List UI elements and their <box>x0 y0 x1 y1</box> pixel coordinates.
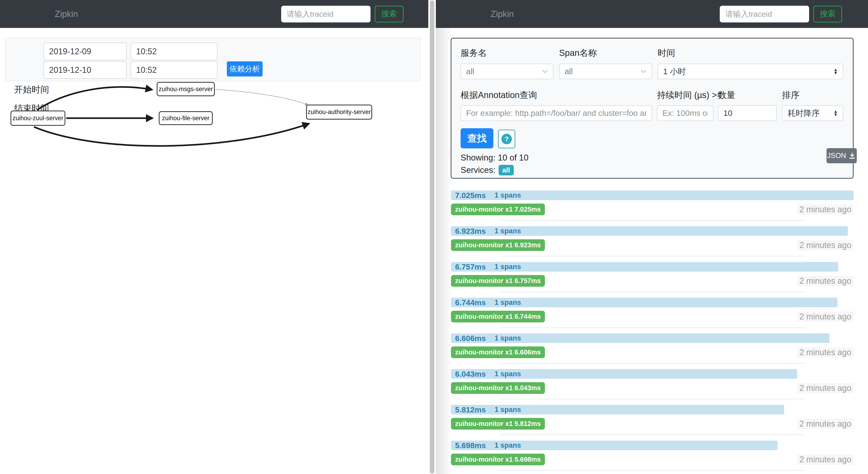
dependency-analyze-button[interactable]: 依赖分析 <box>227 61 262 76</box>
row-divider <box>499 220 805 221</box>
select-spinner-icon: ▲▼ <box>833 110 838 116</box>
row-divider <box>499 434 805 435</box>
service-badge[interactable]: zuihou-monitor x1 6.757ms <box>451 275 545 287</box>
trace-timestamp: 2 minutes ago <box>797 418 854 429</box>
count-label: 数量 <box>718 89 735 101</box>
services-label: Services: <box>461 165 495 175</box>
span-name-select[interactable]: all <box>559 64 652 79</box>
search-button[interactable]: 搜索 <box>375 6 404 23</box>
traceid-input[interactable] <box>281 6 371 23</box>
scrollbar-thumb[interactable] <box>430 0 434 474</box>
traceid-search: 搜索 <box>281 6 404 23</box>
start-date-input[interactable] <box>43 43 127 60</box>
navbar: Zipkin 搜索 <box>0 0 428 28</box>
trace-timestamp: 2 minutes ago <box>797 454 854 465</box>
graph-node-msgs-server[interactable]: zuihou-msgs-server <box>157 82 215 96</box>
showing-count: Showing: 10 of 10 <box>461 153 528 163</box>
trace-timestamp: 2 minutes ago <box>797 311 854 322</box>
select-spinner-icon: ▲▼ <box>833 68 838 75</box>
trace-bar[interactable]: 6.606ms 1 spans <box>451 333 830 343</box>
graph-node-zuul-server[interactable]: zuihou-zuul-server <box>10 111 65 126</box>
row-divider <box>499 256 805 257</box>
trace-timestamp: 2 minutes ago <box>797 276 854 286</box>
service-name-select[interactable]: all <box>461 64 553 79</box>
trace-row: 6.757ms 1 spans zuihou-monitor x1 6.757m… <box>451 262 854 298</box>
trace-bar[interactable]: 6.757ms 1 spans <box>451 262 838 272</box>
traceid-search: 搜索 <box>720 6 842 23</box>
trace-bar[interactable]: 5.698ms 1 spans <box>451 441 777 450</box>
min-duration-input[interactable] <box>657 105 713 121</box>
traceid-input[interactable] <box>720 6 809 23</box>
sort-label: 排序 <box>782 89 800 101</box>
navbar: Zipkin 搜索 <box>436 0 868 28</box>
left-window-scrollbar[interactable] <box>428 0 436 474</box>
zipkin-dependency-window: Zipkin 搜索 开始时间 结束时间 依赖分析 zuihou-zuul-ser… <box>0 0 428 474</box>
service-badge[interactable]: zuihou-monitor x1 5.698ms <box>451 453 545 465</box>
services-line: Services: all <box>461 165 514 175</box>
chevron-down-icon <box>542 70 548 73</box>
service-badge[interactable]: zuihou-monitor x1 6.606ms <box>451 346 545 358</box>
trace-timestamp: 2 minutes ago <box>797 240 854 250</box>
edge-msgs-to-authority <box>215 89 308 105</box>
row-divider <box>499 327 805 328</box>
edge-zuul-to-msgs <box>37 87 151 110</box>
time-range-select[interactable]: 1 小时 ▲▼ <box>658 64 843 79</box>
help-button[interactable]: ? <box>498 130 515 148</box>
time-label: 时间 <box>658 47 675 59</box>
service-badge[interactable]: zuihou-monitor x1 5.812ms <box>451 418 545 430</box>
trace-bar[interactable]: 5.812ms 1 spans <box>451 405 784 414</box>
app-title: Zipkin <box>55 9 78 19</box>
question-mark-icon: ? <box>501 134 512 144</box>
service-badge[interactable]: zuihou-monitor x1 6.923ms <box>451 239 545 251</box>
end-time-input[interactable] <box>131 61 217 79</box>
end-date-input[interactable] <box>43 61 127 79</box>
service-name-label: 服务名 <box>461 47 487 59</box>
row-divider <box>499 363 805 364</box>
trace-row: 6.606ms 1 spans zuihou-monitor x1 6.606m… <box>451 333 854 369</box>
app-title: Zipkin <box>491 9 514 19</box>
trace-row: 7.025ms 1 spans zuihou-monitor x1 7.025m… <box>451 191 854 226</box>
sort-order-select[interactable]: 耗时降序 ▲▼ <box>782 105 843 121</box>
service-badge[interactable]: zuihou-monitor x1 6.744ms <box>451 311 545 323</box>
chevron-down-icon <box>641 70 646 73</box>
annotation-query-label: 根据Annotation查询 <box>461 89 537 101</box>
trace-timestamp: 2 minutes ago <box>797 347 854 358</box>
download-icon <box>848 152 856 160</box>
start-time-input[interactable] <box>131 43 217 60</box>
trace-row: 5.698ms 1 spans zuihou-monitor x1 5.698m… <box>451 441 854 474</box>
row-divider <box>499 470 805 471</box>
trace-row: 5.812ms 1 spans zuihou-monitor x1 5.812m… <box>451 405 854 441</box>
trace-bar[interactable]: 7.025ms 1 spans <box>451 191 854 200</box>
zipkin-search-window: Zipkin 搜索 服务名 Span名称 时间 all all 1 小时 ▲▼ … <box>436 0 868 474</box>
trace-bar[interactable]: 6.744ms 1 spans <box>451 298 838 307</box>
service-badge[interactable]: zuihou-monitor x1 7.025ms <box>451 204 545 215</box>
trace-row: 6.744ms 1 spans zuihou-monitor x1 6.744m… <box>451 298 854 333</box>
row-divider <box>499 292 805 292</box>
row-divider <box>499 399 805 399</box>
trace-row: 6.043ms 1 spans zuihou-monitor x1 6.043m… <box>451 369 854 405</box>
search-button[interactable]: 搜索 <box>813 6 842 23</box>
trace-bar[interactable]: 6.043ms 1 spans <box>451 369 797 379</box>
trace-timestamp: 2 minutes ago <box>797 383 854 394</box>
graph-node-file-server[interactable]: zuihou-file-server <box>159 111 213 125</box>
trace-list: 7.025ms 1 spans zuihou-monitor x1 7.025m… <box>451 191 854 474</box>
span-name-label: Span名称 <box>559 47 597 59</box>
trace-timestamp: 2 minutes ago <box>797 204 854 215</box>
json-download-button[interactable]: JSON <box>827 148 857 163</box>
result-count-input[interactable] <box>718 105 777 121</box>
services-all-badge[interactable]: all <box>499 165 514 175</box>
trace-bar[interactable]: 6.923ms 1 spans <box>451 226 848 236</box>
trace-row: 6.923ms 1 spans zuihou-monitor x1 6.923m… <box>451 226 854 262</box>
find-button[interactable]: 查找 <box>461 128 493 148</box>
service-badge[interactable]: zuihou-monitor x1 6.043ms <box>451 382 545 394</box>
edge-zuul-to-authority <box>34 124 308 146</box>
duration-label: 持续时间 (µs) >= <box>657 89 722 101</box>
annotation-query-input[interactable] <box>461 105 652 121</box>
date-range-form: 开始时间 结束时间 依赖分析 <box>5 38 421 81</box>
graph-node-authority-server[interactable]: zuihou-authority-server <box>306 105 372 120</box>
trace-search-panel: 服务名 Span名称 时间 all all 1 小时 ▲▼ 根据Annotati… <box>451 38 854 179</box>
start-time-label: 开始时间 <box>14 84 49 96</box>
